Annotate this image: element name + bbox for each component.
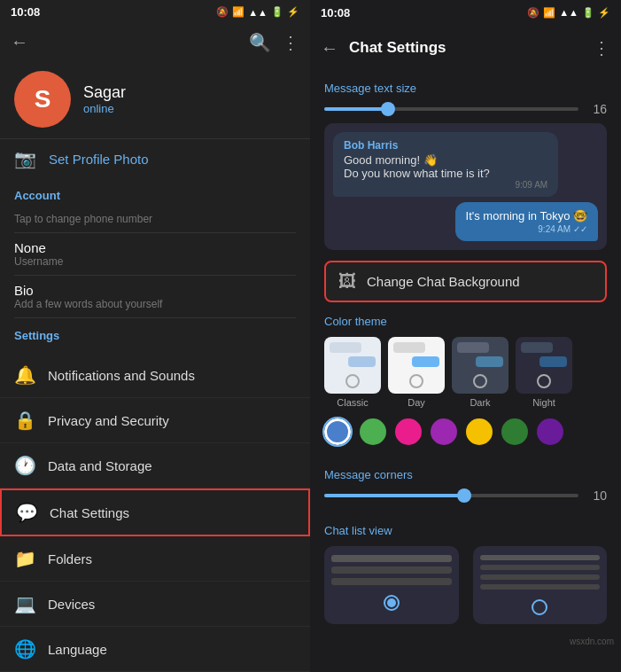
day-label: Day [408,397,425,408]
sidebar-item-chat[interactable]: 💬 Chat Settings [0,488,310,536]
dark-bubble-in [457,342,489,353]
classic-bubble-in [330,342,361,353]
lock-icon: 🔒 [14,410,35,431]
right-flash-icon: ⚡ [598,7,610,19]
left-panel: 10:08 🔕 📶 ▲▲ 🔋 ⚡ ← 🔍 ⋮ S Sagar online 📷 … [0,0,310,672]
corners-thumb[interactable] [457,488,471,503]
text-size-fill [324,107,388,111]
theme-night[interactable]: Night [516,337,572,408]
profile-info: Sagar online [83,83,126,115]
bio-field[interactable]: Bio Add a few words about yourself [14,276,296,318]
data-label: Data and Storage [48,458,152,473]
phone-field[interactable]: Tap to change phone number [14,206,296,233]
large-radio[interactable] [384,595,400,611]
sidebar-item-privacy[interactable]: 🔒 Privacy and Security [0,398,310,443]
bubble-sender: Bob Harris [344,139,547,152]
right-mute-icon: 🔕 [527,7,539,19]
chat-list-options [324,546,607,624]
right-time: 10:08 [321,6,350,20]
accent-colors [324,418,607,445]
left-status-bar: 10:08 🔕 📶 ▲▲ 🔋 ⚡ [0,0,310,24]
list-line-7 [480,584,601,590]
folder-icon: 📁 [14,548,35,569]
profile-row: S Sagar online [0,60,310,138]
dark-label: Dark [470,397,490,408]
night-bubble-out [539,356,567,367]
right-wifi-icon: ▲▲ [559,7,578,18]
accent-green[interactable] [360,418,386,445]
devices-icon: 💻 [14,593,35,614]
classic-radio [345,374,360,388]
text-size-track[interactable] [324,107,578,111]
globe-icon: 🌐 [14,638,35,660]
corners-track[interactable] [324,494,578,497]
right-status-bar: 10:08 🔕 📶 ▲▲ 🔋 ⚡ [310,0,621,25]
theme-day[interactable]: Day [388,337,445,408]
folders-label: Folders [48,551,92,567]
night-bubble-in [521,342,553,353]
bio-label: Bio [14,283,296,298]
text-size-label: Message text size [324,82,607,95]
right-back-icon[interactable]: ← [321,38,338,59]
night-preview [516,337,572,394]
message-corners-section: Message corners 10 [310,468,621,524]
accent-yellow[interactable] [466,418,493,445]
right-battery-icon: 🔋 [582,7,594,19]
corners-value: 10 [586,488,607,503]
accent-purple[interactable] [431,418,457,445]
dark-preview [452,337,508,394]
privacy-label: Privacy and Security [48,413,169,428]
change-chat-background-button[interactable]: 🖼 Change Chat Background [324,261,607,302]
list-line-2 [331,567,452,574]
right-top-bar: ← Chat Settings ⋮ [310,25,621,71]
sidebar-item-data[interactable]: 🕐 Data and Storage [0,443,310,488]
right-status-icons: 🔕 📶 ▲▲ 🔋 ⚡ [527,7,610,19]
theme-classic[interactable]: Classic [324,337,381,408]
sidebar-item-language[interactable]: 🌐 Language [0,627,310,672]
incoming-text: Good morning! 👋Do you know what time is … [344,153,547,180]
outgoing-wrap: It's morning in Tokyo 🤓 9:24 AM ✓✓ [333,202,598,241]
color-theme-label: Color theme [324,315,607,328]
right-more-icon[interactable]: ⋮ [593,37,610,59]
accent-violet[interactable] [537,418,563,445]
double-tick-icon: ✓✓ [573,224,587,234]
corners-fill [324,494,464,497]
username-field[interactable]: None Username [14,233,296,276]
wifi-icon: ▲▲ [248,7,268,18]
outgoing-time: 9:24 AM ✓✓ [466,224,587,234]
accent-dark-green[interactable] [501,418,528,445]
incoming-time: 9:09 AM [344,180,547,190]
list-line-5 [480,565,601,570]
text-size-thumb[interactable] [381,102,395,116]
right-panel: 10:08 🔕 📶 ▲▲ 🔋 ⚡ ← Chat Settings ⋮ Messa… [310,0,621,672]
chat-settings-label: Chat Settings [50,505,129,520]
text-size-value: 16 [586,102,607,116]
page-title: Chat Settings [349,39,582,57]
more-options-icon[interactable]: ⋮ [282,32,299,53]
back-button[interactable]: ← [11,32,28,52]
list-line-6 [480,574,601,580]
set-profile-photo-row[interactable]: 📷 Set Profile Photo [0,138,310,178]
clock-icon: 🕐 [14,455,35,476]
sidebar-item-notifications[interactable]: 🔔 Notifications and Sounds [0,353,310,398]
devices-label: Devices [48,597,95,612]
text-size-slider-row: 16 [324,102,607,116]
accent-blue[interactable] [324,418,351,445]
account-section-label: Account [0,178,310,206]
username-value: None [14,240,296,255]
theme-dark[interactable]: Dark [452,337,508,408]
classic-label: Classic [337,397,368,408]
sidebar-item-devices[interactable]: 💻 Devices [0,582,310,627]
settings-section: 🔔 Notifications and Sounds 🔒 Privacy and… [0,353,310,672]
left-status-icons: 🔕 📶 ▲▲ 🔋 ⚡ [216,6,299,18]
list-line-3 [331,578,452,585]
bell-icon: 🔔 [14,364,35,386]
search-icon[interactable]: 🔍 [249,32,271,53]
small-radio[interactable] [532,599,547,615]
accent-pink[interactable] [395,418,422,445]
sidebar-item-folders[interactable]: 📁 Folders [0,536,310,582]
chat-list-small[interactable] [473,546,608,624]
camera-icon: 📷 [14,148,36,169]
account-section: Tap to change phone number None Username… [0,206,310,318]
chat-list-large[interactable] [324,546,459,624]
